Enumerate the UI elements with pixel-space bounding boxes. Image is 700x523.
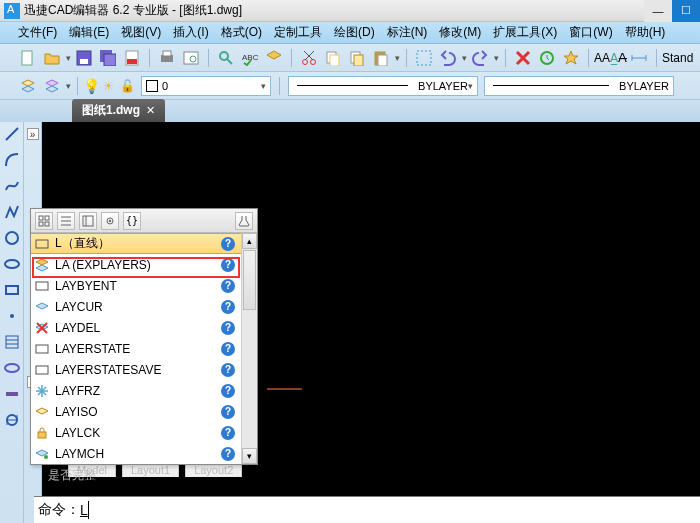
menu-ext[interactable]: 扩展工具(X) <box>493 24 557 41</box>
command-bar[interactable]: 命令： L <box>34 496 700 523</box>
text-a1-icon[interactable]: A <box>594 51 602 65</box>
lineweight-combo[interactable]: BYLAYER <box>484 76 674 96</box>
wipeout-icon[interactable] <box>4 386 20 402</box>
help-icon[interactable]: ? <box>221 363 235 377</box>
sun-icon[interactable]: ☀ <box>103 79 114 93</box>
linetype-combo[interactable]: BYLAYER ▾ <box>288 76 478 96</box>
help-icon[interactable]: ? <box>221 384 235 398</box>
help-icon[interactable]: ? <box>221 300 235 314</box>
menu-help[interactable]: 帮助(H) <box>625 24 666 41</box>
spline-icon[interactable] <box>4 178 20 194</box>
saveall-icon[interactable] <box>98 48 118 68</box>
undo-icon[interactable] <box>438 48 458 68</box>
sync-icon[interactable] <box>4 412 20 428</box>
menu-file[interactable]: 文件(F) <box>18 24 57 41</box>
select-icon[interactable] <box>414 48 434 68</box>
popup-tree-icon[interactable] <box>79 212 97 230</box>
layer-combo[interactable]: 0 ▾ <box>141 76 271 96</box>
pdf-icon[interactable] <box>122 48 142 68</box>
new-icon[interactable] <box>18 48 38 68</box>
menu-modify[interactable]: 修改(M) <box>439 24 481 41</box>
help-icon[interactable]: ? <box>221 405 235 419</box>
copy-icon[interactable] <box>323 48 343 68</box>
redo-icon[interactable] <box>470 48 490 68</box>
layer2-icon[interactable] <box>42 76 62 96</box>
cut-icon[interactable] <box>299 48 319 68</box>
line-icon[interactable] <box>4 126 20 142</box>
menu-edit[interactable]: 编辑(E) <box>69 24 109 41</box>
undo-dropdown[interactable]: ▾ <box>460 53 468 63</box>
layer-dropdown[interactable]: ▾ <box>64 81 72 91</box>
text-a3-icon[interactable]: A̲ <box>610 51 618 65</box>
point-icon[interactable] <box>4 308 20 324</box>
popup-gear-icon[interactable] <box>101 212 119 230</box>
hatch-icon[interactable] <box>4 334 20 350</box>
audit-icon[interactable] <box>537 48 557 68</box>
copyspecial-icon[interactable] <box>347 48 367 68</box>
find-icon[interactable] <box>216 48 236 68</box>
help-icon[interactable]: ? <box>221 279 235 293</box>
scroll-down-icon[interactable]: ▾ <box>242 448 257 464</box>
popup-item-laybyent[interactable]: LAYBYENT ? <box>31 275 241 296</box>
layers-icon[interactable] <box>264 48 284 68</box>
menu-window[interactable]: 窗口(W) <box>569 24 612 41</box>
layer1-icon[interactable] <box>18 76 38 96</box>
print-icon[interactable] <box>157 48 177 68</box>
menu-dim[interactable]: 标注(N) <box>387 24 428 41</box>
save-icon[interactable] <box>74 48 94 68</box>
help-icon[interactable]: ? <box>221 321 235 335</box>
delete-icon[interactable] <box>513 48 533 68</box>
preview-icon[interactable] <box>181 48 201 68</box>
help-icon[interactable]: ? <box>221 447 235 461</box>
popup-list-icon[interactable] <box>57 212 75 230</box>
popup-item-layfrz[interactable]: LAYFRZ ? <box>31 380 241 401</box>
popup-scrollbar[interactable]: ▴ ▾ <box>241 233 257 464</box>
scroll-up-icon[interactable]: ▴ <box>242 233 257 249</box>
lock2-icon[interactable]: 🔓 <box>120 79 135 93</box>
scroll-thumb[interactable] <box>243 250 256 310</box>
bulb-icon[interactable]: 💡 <box>83 78 100 94</box>
popup-beaker-icon[interactable] <box>235 212 253 230</box>
polyline-icon[interactable] <box>4 204 20 220</box>
open-icon[interactable] <box>42 48 62 68</box>
popup-item-l[interactable]: L（直线） ? <box>31 233 241 254</box>
open-dropdown[interactable]: ▾ <box>64 53 72 63</box>
rectangle-icon[interactable] <box>4 282 20 298</box>
popup-item-layiso[interactable]: LAYISO ? <box>31 401 241 422</box>
text-a4-icon[interactable]: A̶ <box>618 50 627 65</box>
menu-insert[interactable]: 插入(I) <box>173 24 208 41</box>
popup-grid-icon[interactable] <box>35 212 53 230</box>
star-icon[interactable] <box>561 48 581 68</box>
popup-item-laydel[interactable]: LAYDEL ? <box>31 317 241 338</box>
ellipse2-icon[interactable] <box>4 360 20 376</box>
help-icon[interactable]: ? <box>221 258 235 272</box>
paste-icon[interactable] <box>371 48 391 68</box>
redo-dropdown[interactable]: ▾ <box>492 53 500 63</box>
maximize-button[interactable]: ☐ <box>672 0 700 22</box>
style-combo[interactable]: Stand <box>662 51 693 65</box>
dim-icon[interactable] <box>629 48 649 68</box>
popup-item-laycur[interactable]: LAYCUR ? <box>31 296 241 317</box>
paste-dropdown[interactable]: ▾ <box>393 53 401 63</box>
menu-draw[interactable]: 绘图(D) <box>334 24 375 41</box>
help-icon[interactable]: ? <box>221 342 235 356</box>
menu-view[interactable]: 视图(V) <box>121 24 161 41</box>
minimize-button[interactable]: — <box>644 0 672 22</box>
document-tab[interactable]: 图纸1.dwg ✕ <box>72 99 165 122</box>
popup-item-laylck[interactable]: LAYLCK ? <box>31 422 241 443</box>
menu-format[interactable]: 格式(O) <box>221 24 262 41</box>
circle-icon[interactable] <box>4 230 20 246</box>
arc-icon[interactable] <box>4 152 20 168</box>
text-a2-icon[interactable]: A <box>602 51 610 65</box>
close-tab-icon[interactable]: ✕ <box>146 104 155 117</box>
ellipse-icon[interactable] <box>4 256 20 272</box>
popup-item-layerstatesave[interactable]: LAYERSTATESAVE ? <box>31 359 241 380</box>
popup-item-la[interactable]: LA (EXPLAYERS) ? <box>31 254 241 275</box>
menu-custom[interactable]: 定制工具 <box>274 24 322 41</box>
popup-brackets-icon[interactable]: {} <box>123 212 141 230</box>
popup-item-laymch[interactable]: LAYMCH ? <box>31 443 241 464</box>
help-icon[interactable]: ? <box>221 237 235 251</box>
popup-item-layerstate[interactable]: LAYERSTATE ? <box>31 338 241 359</box>
help-icon[interactable]: ? <box>221 426 235 440</box>
spell-icon[interactable]: ABC <box>240 48 260 68</box>
